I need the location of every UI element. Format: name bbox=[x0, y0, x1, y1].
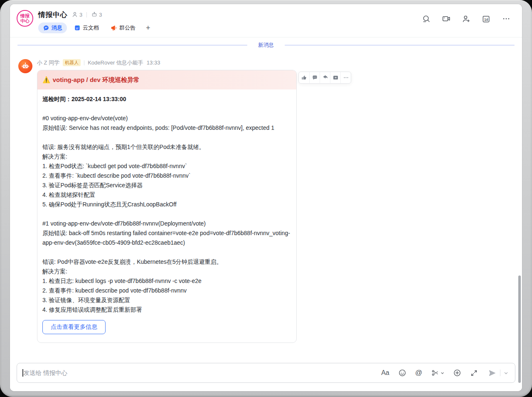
megaphone-icon bbox=[111, 25, 117, 31]
card-lines: 巡检时间：2025-02-14 13:33:00 #0 voting-app-e… bbox=[42, 94, 291, 315]
more-options-icon[interactable] bbox=[499, 14, 513, 24]
message-list[interactable]: 新消息 小 Z 同学 机器人 KodeRover 信息小能手 13:33 ⚠️ bbox=[10, 37, 522, 363]
bot-avatar[interactable] bbox=[18, 59, 32, 73]
send-options-chevron-icon[interactable] bbox=[504, 371, 508, 375]
send-group bbox=[488, 369, 508, 377]
sender-name[interactable]: 小 Z 同学 bbox=[37, 59, 59, 67]
group-avatar-line1: 情报 bbox=[20, 13, 30, 18]
card-text-line: 2. 查看事件: `kubectl describe pod vote-df7b… bbox=[42, 171, 291, 181]
message-bubble-icon bbox=[43, 25, 49, 31]
card-text-line: 解决方案: bbox=[42, 152, 291, 161]
message-content: 小 Z 同学 机器人 KodeRover 信息小能手 13:33 ⚠️ voti… bbox=[37, 59, 297, 343]
card-text-line: #1 voting-app-env-dev/vote-df7b6b88f-nvn… bbox=[42, 219, 291, 228]
message-meta-row: 小 Z 同学 机器人 KodeRover 信息小能手 13:33 bbox=[37, 59, 297, 66]
tab-docs-label: 云文档 bbox=[83, 24, 99, 32]
card-text-line: 错误: Pod中容器vote-e2e反复崩溃，Kubernetes在5分钟后退避… bbox=[42, 257, 291, 267]
composer-toolbar: Aa @ bbox=[372, 369, 508, 377]
tab-docs[interactable]: 云文档 bbox=[69, 22, 103, 33]
member-count: 3 bbox=[79, 12, 82, 18]
bot-icon bbox=[91, 11, 98, 18]
card-text-line: 5. 确保Pod处于Running状态且无CrashLoopBackOff bbox=[42, 200, 291, 209]
text-format-icon[interactable]: Aa bbox=[381, 369, 389, 377]
composer: 发送给 情报中心 Aa @ bbox=[10, 363, 522, 391]
video-call-icon[interactable] bbox=[439, 14, 453, 24]
tab-announcement-label: 群公告 bbox=[119, 24, 135, 32]
message-more-icon[interactable] bbox=[340, 72, 351, 83]
tab-messages-label: 消息 bbox=[52, 24, 62, 32]
message-time: 13:33 bbox=[147, 60, 160, 66]
bot-message: 小 Z 同学 机器人 KodeRover 信息小能手 13:33 ⚠️ voti… bbox=[18, 59, 297, 343]
message-hover-toolbar bbox=[298, 72, 351, 84]
card-text-line: 1. 检查Pod状态: `kubectl get pod vote-df7b6b… bbox=[42, 161, 291, 171]
header-actions: 14 bbox=[419, 14, 513, 24]
calendar-day-number: 14 bbox=[484, 17, 488, 21]
bot-count: 3 bbox=[99, 12, 102, 18]
new-message-divider: 新消息 bbox=[10, 42, 522, 49]
screenshot-scissors-icon[interactable] bbox=[431, 369, 444, 377]
warning-icon: ⚠️ bbox=[42, 76, 50, 84]
group-avatar[interactable]: 情报 中心 bbox=[17, 10, 33, 27]
robot-avatar-icon bbox=[21, 62, 30, 71]
card-text-line: 错误: 服务没有就绪的端点，预期1个但关联的Pod未准备就绪。 bbox=[42, 142, 291, 152]
message-input[interactable]: 发送给 情报中心 Aa @ bbox=[17, 363, 515, 383]
bot-description: KodeRover 信息小能手 bbox=[88, 59, 143, 67]
view-more-button[interactable]: 点击查看更多信息 bbox=[42, 320, 106, 334]
card-text-line: 解决方案: bbox=[42, 267, 291, 276]
member-count-chip[interactable]: 3 bbox=[71, 11, 82, 18]
alert-card: ⚠️ voting-app / dev 环境巡检异常 巡检时间：2025-02-… bbox=[37, 70, 297, 343]
card-text-line bbox=[42, 133, 291, 142]
mention-icon[interactable]: @ bbox=[415, 369, 422, 377]
card-text-line: 原始错误: back-off 5m0s restarting failed co… bbox=[42, 228, 291, 248]
forward-icon[interactable] bbox=[320, 72, 330, 83]
tabs-row: 消息 云文档 群公告 + bbox=[38, 22, 419, 33]
docs-icon bbox=[74, 25, 81, 31]
divider-line-left bbox=[17, 45, 247, 46]
card-text-line bbox=[42, 209, 291, 219]
emoji-icon[interactable] bbox=[398, 369, 406, 377]
card-text-line: 4. 修复应用错误或调整配置后重新部署 bbox=[42, 305, 291, 315]
card-text-line bbox=[42, 104, 291, 114]
add-tab-button[interactable]: + bbox=[143, 22, 154, 33]
send-separator bbox=[500, 370, 500, 376]
group-title-row: 情报中心 3 3 bbox=[38, 10, 419, 20]
meta-separator bbox=[84, 60, 84, 65]
card-text-line: #0 voting-app-env-dev/vote(vote) bbox=[42, 114, 291, 123]
card-text-line: 2. 查看事件: kubectl describe pod vote-df7b6… bbox=[42, 286, 291, 295]
chip-separator bbox=[86, 12, 87, 17]
alert-card-title: voting-app / dev 环境巡检异常 bbox=[53, 76, 140, 84]
quote-reply-icon[interactable] bbox=[330, 72, 340, 83]
search-icon[interactable] bbox=[419, 14, 433, 24]
members-icon bbox=[71, 11, 78, 18]
tab-announcement[interactable]: 群公告 bbox=[106, 22, 140, 33]
card-text-line: 4. 检查就绪探针配置 bbox=[42, 190, 291, 200]
chat-window: 情报 中心 情报中心 3 3 消息 bbox=[10, 4, 522, 391]
calendar-icon[interactable]: 14 bbox=[479, 14, 493, 24]
card-text-line: 1. 检查日志: kubectl logs -p vote-df7b6b88f-… bbox=[42, 276, 291, 286]
card-text-line: 原始错误: Service has not ready endpoints, p… bbox=[42, 123, 291, 133]
scissors-chevron-icon bbox=[441, 371, 444, 375]
bot-count-chip[interactable]: 3 bbox=[91, 11, 102, 18]
add-attachment-icon[interactable] bbox=[453, 369, 461, 377]
card-text-line bbox=[42, 248, 291, 257]
new-message-label: 新消息 bbox=[258, 42, 274, 49]
header-mid: 情报中心 3 3 消息 云文档 bbox=[38, 10, 419, 33]
chat-header: 情报 中心 情报中心 3 3 消息 bbox=[10, 4, 522, 37]
card-text-line: 3. 验证镜像、环境变量及资源配置 bbox=[42, 295, 291, 305]
robot-badge: 机器人 bbox=[63, 59, 81, 66]
group-avatar-line2: 中心 bbox=[20, 18, 30, 23]
tab-messages[interactable]: 消息 bbox=[38, 22, 67, 33]
expand-icon[interactable] bbox=[470, 369, 478, 377]
input-placeholder: 发送给 情报中心 bbox=[24, 369, 373, 377]
alert-card-body: 巡检时间：2025-02-14 13:33:00 #0 voting-app-e… bbox=[37, 89, 296, 342]
text-caret bbox=[22, 369, 23, 377]
group-title: 情报中心 bbox=[38, 10, 67, 20]
reply-comment-icon[interactable] bbox=[309, 72, 320, 83]
send-icon[interactable] bbox=[488, 369, 497, 377]
scrollbar-thumb[interactable] bbox=[518, 275, 521, 383]
card-text-line: 3. 验证Pod标签是否匹配Service选择器 bbox=[42, 181, 291, 190]
thumbs-up-icon[interactable] bbox=[299, 72, 309, 83]
divider-line-right bbox=[285, 45, 515, 46]
alert-card-header: ⚠️ voting-app / dev 环境巡检异常 bbox=[37, 70, 296, 89]
add-member-icon[interactable] bbox=[459, 14, 473, 24]
card-text-line: 巡检时间：2025-02-14 13:33:00 bbox=[42, 94, 291, 104]
